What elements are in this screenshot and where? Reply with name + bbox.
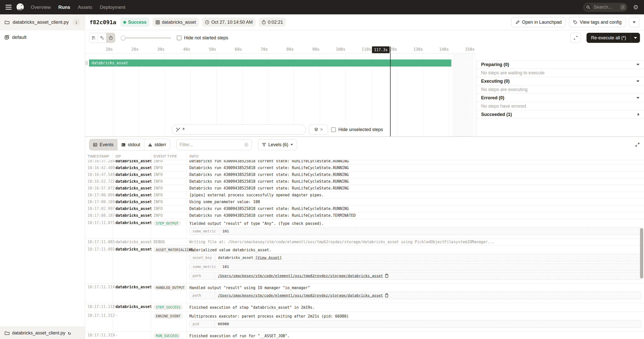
log-filter: ⊗ [176,139,252,150]
view-flat-button[interactable] [89,33,98,43]
tab-label: stderr [155,142,166,147]
log-timestamp: 10:17:11.085 [85,239,113,245]
axis-tick: 50s [209,47,216,52]
checkbox-icon[interactable] [177,36,182,40]
zoom-slider[interactable] [121,35,171,40]
open-in-launchpad-button[interactable]: Open in Launchpad [511,17,566,27]
log-message: Writing file at: /Users/smackesey/stm/co… [189,240,641,244]
run-header: f82c091a Success databricks_asset Oct 27… [85,14,644,30]
sidebar: databricks_asset_client.py 1 default dat… [0,14,85,339]
log-op: databricks_asset [113,178,151,185]
column-header-event-type: EVENT TYPE [151,152,187,160]
log-op: - [113,331,151,339]
view-asset-link[interactable]: [View Asset] [255,255,282,260]
metadata-table: some_metric101 [189,227,641,235]
step-bar-databricks_asset[interactable]: databricks_asset [89,59,451,67]
log-fullscreen-button[interactable] [635,142,640,147]
gantt-toolbar: Hide not started steps Re-execute all (*… [85,30,644,45]
gear-icon[interactable]: ⚙ [633,4,638,10]
dagster-logo[interactable] [16,3,25,12]
slider-knob[interactable] [121,36,126,40]
metadata-value-text: 101 [222,264,229,269]
tab-label: Events [100,142,113,147]
log-table-header: TIMESTAMPOPEVENT TYPEINFO [85,152,644,160]
nav-item-runs[interactable]: Runs [58,5,70,10]
tab-label: stdout [128,142,140,147]
log-timestamp: 10:17:11.312 [85,312,113,331]
tab-events[interactable]: Events [89,139,118,150]
sidebar-item-file[interactable]: databricks_asset_client.py 1 [0,14,85,30]
log-op: databricks_asset [113,160,151,164]
view-waterfall-button[interactable] [98,33,106,43]
log-op: databricks_asset [113,165,151,171]
log-timestamp: 10:16:57.872 [85,185,113,192]
step-bar-label: databricks_asset [89,61,128,65]
hide-unselected-checkbox[interactable]: Hide unselected steps [331,127,383,132]
log-info: Finished execution of step "databricks_a… [187,303,644,312]
sidebar-item-job[interactable]: default [0,30,85,44]
log-info: Yielded output "result" of type "Any". (… [187,219,644,238]
log-message: Finished execution of run for "__ASSET_J… [189,334,641,338]
log-row: 10:17:11.085databricks_assetDEBUGWriting… [85,239,644,245]
tab-stdout[interactable]: stdout [118,139,144,150]
panel-section-preparing[interactable]: Preparing (0) [477,60,644,69]
nav-item-deployment[interactable]: Deployment [100,5,125,10]
log-section: Eventsstdoutstderr ⊗ Levels (6) TIMESTAM… [85,137,644,339]
event-type-badge: ENGINE_EVENT [154,313,183,319]
metadata-key: path [190,292,215,299]
gantt-resize-handle[interactable] [86,61,87,65]
log-event-type: INFO [151,178,187,185]
copy-icon[interactable] [385,293,388,297]
reexecute-all-button[interactable]: Re-execute all (*) [587,33,631,43]
menu-icon[interactable] [6,5,12,10]
clear-filter-icon[interactable]: ⊗ [244,142,249,147]
log-row: 10:16:57.872databricks_assetINFODatabric… [85,185,644,192]
chevron-down-icon [636,97,639,99]
metadata-entry: some_metric101 [189,227,641,235]
panel-section-succeeded[interactable]: Succeeded (1) [477,110,644,119]
log-event-type: ASSET_MATERIALIZAT… [151,245,187,283]
run-actions-dropdown-button[interactable] [629,17,639,27]
hide-not-started-checkbox[interactable]: Hide not started steps [177,35,228,41]
axis-tick: 40s [183,47,190,52]
path-link[interactable]: /Users/smackesey/stm/code/elementl/oss/t… [218,273,383,278]
log-row: 10:16:42.409databricks_assetINFODatabric… [85,165,644,171]
step-query-input[interactable]: * [172,125,306,135]
metadata-value: 66980 [215,320,232,327]
panel-section-errored[interactable]: Errored (0) [477,94,644,102]
log-message: Databricks run 43009438525818 current st… [189,172,641,177]
nav-item-overview[interactable]: Overview [31,5,51,10]
copy-icon[interactable] [385,274,388,278]
levels-dropdown[interactable]: Levels (6) [258,139,297,150]
metadata-entry: asset_keydatabricks_asset[View Asset] [189,254,641,261]
top-nav: OverviewRunsAssetsDeployment Search... /… [0,0,644,14]
log-filter-input[interactable] [180,142,242,147]
metadata-table: pid66980 [189,320,641,328]
log-message: Databricks run 43009438525818 current st… [189,160,641,163]
log-message: Databricks run 43009438525818 current st… [189,186,641,191]
view-timed-button[interactable] [106,33,115,43]
log-info: Using some_parameter value: 100 [187,199,644,205]
log-scrollbar-thumb[interactable] [640,228,643,279]
gantt-fullscreen-button[interactable] [570,33,581,43]
log-event-type: INFO [151,160,187,164]
panel-section-executing[interactable]: Executing (0) [477,77,644,85]
graph-query-toggle-button[interactable]: ˃ [309,125,328,135]
log-row: 10:16:47.549databricks_assetINFODatabric… [85,171,644,178]
tab-stderr[interactable]: stderr [144,139,170,150]
log-event-type: STEP_SUCCESS [151,303,187,312]
log-message: Handled output "result" using IO manager… [189,286,641,290]
reload-icon[interactable]: ↻ [68,330,71,336]
run-id: f82c091a [90,19,116,25]
reexecute-dropdown-button[interactable] [631,33,640,43]
log-event-type: INFO [151,165,187,171]
view-tags-config-button[interactable]: View tags and config [569,17,626,27]
asset-tag[interactable]: databricks_asset [153,18,199,27]
path-link[interactable]: /Users/smackesey/stm/code/elementl/oss/t… [218,293,383,298]
nav-item-assets[interactable]: Assets [78,5,92,10]
checkbox-icon[interactable] [331,127,336,132]
search-input[interactable]: Search... / [583,3,627,12]
panel-section-label: Executing (0) [481,79,510,84]
event-type-text: INFO [154,179,163,184]
log-info: Databricks run 43009438525818 current st… [187,160,644,164]
